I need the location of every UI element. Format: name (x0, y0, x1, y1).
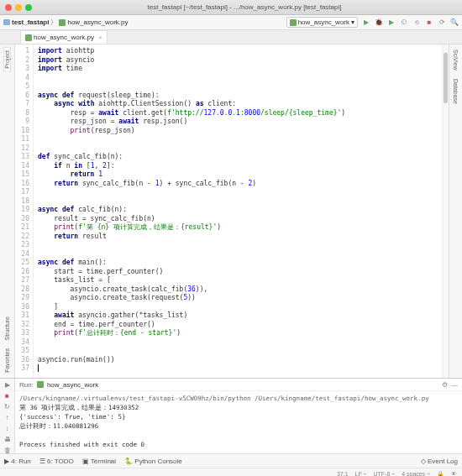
window-controls[interactable] (5, 4, 32, 11)
breadcrumb[interactable]: test_fastapi 〉 how_async_work.py (3, 18, 129, 27)
print-button[interactable]: 🖶 (3, 436, 12, 443)
run-config-dropdown[interactable]: how_async_work ▾ (286, 17, 358, 28)
chevron-down-icon: ▾ (351, 18, 354, 26)
right-gutter: SciView Database (449, 44, 462, 378)
tab-label: how_async_work.py (34, 34, 94, 41)
project-name: test_fastapi (12, 18, 49, 26)
code-editor[interactable]: 1234567891011121314151617181920212223242… (15, 44, 449, 378)
close-icon[interactable] (5, 4, 12, 11)
toolbar: test_fastapi 〉 how_async_work.py how_asy… (0, 15, 462, 30)
run-panel: ▶ ■ ↻ ↑ ↓ 🖶 🗑 Run: how_async_work ⚙ — /U… (0, 378, 462, 453)
tab-how-async-work[interactable]: how_async_work.py × (20, 30, 108, 44)
restart-button[interactable]: ↻ (3, 403, 12, 411)
run-label: Run: (19, 381, 34, 389)
scrollbar-thumb[interactable] (444, 53, 448, 103)
run-tabs: Run: how_async_work ⚙ — (15, 379, 462, 391)
tool-sciview[interactable]: SciView (453, 47, 459, 73)
tool-todo[interactable]: ☰ 6: TODO (39, 458, 74, 465)
line-separator[interactable]: LF ÷ (355, 471, 367, 476)
caret-position[interactable]: 37:1 (337, 471, 349, 476)
tool-project[interactable]: Project (3, 47, 11, 72)
scrollbar[interactable] (442, 44, 449, 378)
run-button[interactable]: ▶ (362, 18, 370, 27)
tool-run[interactable]: ▶ 4: Run (4, 458, 31, 465)
tool-database[interactable]: Database (453, 76, 459, 107)
indent[interactable]: 4 spaces ÷ (402, 471, 430, 476)
encoding[interactable]: UTF-8 ÷ (374, 471, 396, 476)
code-area[interactable]: import aiohttp import asyncio import tim… (34, 44, 442, 378)
window-title: test_fastapi [~/test_fastapi] - .../how_… (32, 3, 457, 11)
up-button[interactable]: ↑ (3, 414, 12, 421)
file-name: how_async_work.py (67, 18, 128, 26)
inspector-icon[interactable]: 👁 (451, 471, 457, 476)
stop-button[interactable]: ■ (425, 18, 433, 27)
python-icon (59, 19, 66, 26)
tool-python-console[interactable]: 🐍 Python Console (124, 458, 182, 465)
run-output[interactable]: /Users/kingname/.virtualenvs/test_fastap… (15, 391, 462, 453)
run-tab-name[interactable]: how_async_work (47, 381, 98, 389)
tool-terminal[interactable]: ▣ Terminal (82, 458, 116, 465)
event-log[interactable]: ◇ Event Log (421, 458, 458, 465)
minimize-icon[interactable] (15, 4, 22, 11)
python-icon (25, 34, 32, 41)
titlebar: test_fastapi [~/test_fastapi] - .../how_… (0, 0, 462, 15)
hide-icon[interactable]: — (451, 381, 458, 389)
python-icon (290, 19, 297, 26)
search-button[interactable]: 🔍 (450, 18, 459, 27)
run-config-name: how_async_work (298, 18, 349, 26)
tool-favorites[interactable]: Favorites (4, 346, 10, 375)
status-bar: 37:1 LF ÷ UTF-8 ÷ 4 spaces ÷ 🔒 👁 (0, 468, 462, 476)
bottom-toolbar: ▶ 4: Run ☰ 6: TODO ▣ Terminal 🐍 Python C… (0, 453, 462, 468)
coverage-button[interactable]: ▶ (387, 18, 396, 27)
left-gutter: Project Structure Favorites (0, 44, 15, 378)
python-icon (37, 381, 44, 388)
editor-tabs: how_async_work.py × (0, 30, 462, 44)
tool-structure[interactable]: Structure (4, 314, 10, 343)
close-icon[interactable]: × (98, 34, 102, 41)
rerun-button[interactable]: ▶ (3, 381, 12, 389)
lock-icon[interactable]: 🔒 (437, 471, 444, 477)
attach-button[interactable]: ⎋ (412, 18, 421, 27)
debug-button[interactable]: 🐞 (375, 18, 383, 27)
run-panel-toolbar: ▶ ■ ↻ ↑ ↓ 🖶 🗑 (0, 379, 15, 453)
down-button[interactable]: ↓ (3, 425, 12, 432)
update-button[interactable]: ⟳ (438, 18, 446, 27)
maximize-icon[interactable] (25, 4, 32, 11)
trash-button[interactable]: 🗑 (3, 447, 12, 454)
line-numbers: 1234567891011121314151617181920212223242… (15, 44, 34, 378)
folder-icon (3, 19, 10, 25)
stop-button[interactable]: ■ (3, 392, 12, 400)
profile-button[interactable]: ⏲ (400, 18, 408, 27)
gear-icon[interactable]: ⚙ (442, 381, 448, 389)
